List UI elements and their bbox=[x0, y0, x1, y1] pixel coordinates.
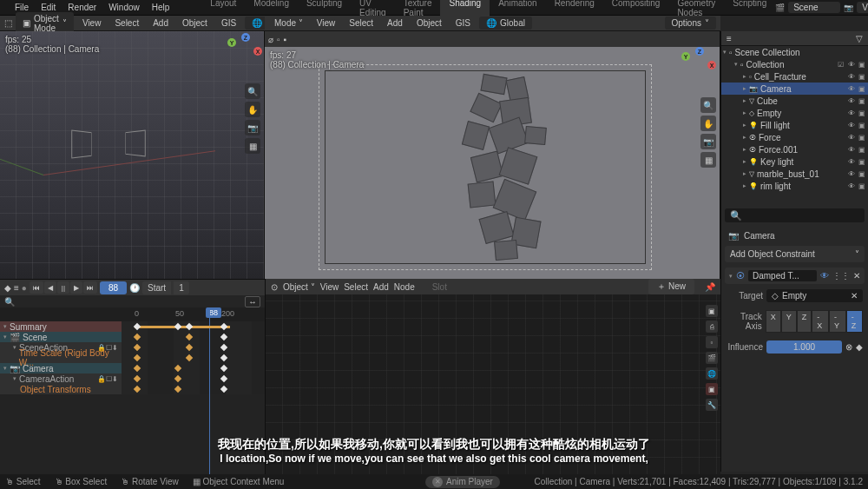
add-constraint-dropdown[interactable]: Add Object Constraint ˅ bbox=[725, 246, 865, 262]
eye-icon[interactable]: 👁 bbox=[820, 271, 829, 281]
eye-icon[interactable]: 👁 bbox=[846, 145, 856, 155]
dope-summary[interactable]: ▾Summary bbox=[0, 321, 122, 332]
sync-icon[interactable]: ↔ bbox=[245, 296, 260, 307]
orientation-dropdown-r[interactable]: 🌐 Global bbox=[479, 17, 532, 30]
next-key-icon[interactable]: ▶ bbox=[70, 281, 82, 294]
clock-icon[interactable]: 🕐 bbox=[129, 283, 140, 293]
tab-world-icon[interactable]: 🌐 bbox=[706, 367, 718, 380]
outliner-item-force-001[interactable]: ▸⦿Force.001👁▣ bbox=[721, 143, 868, 155]
menu-select-r[interactable]: Select bbox=[344, 18, 378, 28]
perspective-icon[interactable]: ▦ bbox=[245, 138, 260, 154]
3d-viewport-left[interactable]: fps: 25 (88) Collection | Camera XYZ 🔍 ✋… bbox=[0, 31, 265, 279]
grip-icon[interactable]: ⋮⋮ bbox=[832, 271, 850, 281]
close-icon[interactable]: ✕ bbox=[853, 271, 860, 281]
pan-icon[interactable]: ✋ bbox=[700, 116, 716, 131]
menu-file[interactable]: File bbox=[9, 3, 35, 12]
node-node[interactable]: Node bbox=[394, 282, 415, 292]
eye-icon[interactable]: 👁 bbox=[846, 157, 856, 167]
menu-add-r[interactable]: Add bbox=[382, 18, 408, 28]
keyframe-icon[interactable]: ◆ bbox=[856, 342, 863, 352]
nav-gizmo-r[interactable]: XYZ bbox=[683, 49, 714, 80]
playhead[interactable]: 88 bbox=[206, 307, 221, 318]
zoom-icon[interactable]: 🔍 bbox=[700, 97, 716, 113]
menu-object-r[interactable]: Object bbox=[411, 18, 447, 28]
outliner-item-force[interactable]: ▸⦿Force👁▣ bbox=[721, 131, 868, 143]
expand-icon[interactable]: ▾ bbox=[729, 273, 733, 280]
pan-icon[interactable]: ✋ bbox=[245, 102, 260, 117]
tab-scene-icon[interactable]: 🎬 bbox=[706, 352, 718, 364]
menu-render[interactable]: Render bbox=[62, 3, 102, 12]
track-z[interactable]: Z bbox=[797, 310, 812, 333]
node-view[interactable]: View bbox=[320, 282, 339, 292]
outliner-item-rim-light[interactable]: ▸💡rim light👁▣ bbox=[721, 180, 868, 192]
dope-timescale[interactable]: Time Scale (Rigid Body W... bbox=[0, 353, 122, 363]
track-x[interactable]: X bbox=[766, 310, 781, 333]
track-nx[interactable]: -X bbox=[812, 310, 829, 333]
tab-render-icon[interactable]: ▣ bbox=[706, 305, 718, 317]
viewlayer-field[interactable] bbox=[857, 2, 868, 13]
camera-icon[interactable]: 📷 bbox=[245, 120, 260, 135]
outliner-scene-collection[interactable]: ▾▫ Scene Collection bbox=[721, 46, 868, 58]
outliner-item-cell-fracture[interactable]: ▸▫Cell_Fracture👁▣ bbox=[721, 70, 868, 83]
editor-type-icon[interactable]: ⊙ bbox=[271, 282, 278, 292]
outliner-item-cube[interactable]: ▸▽Cube👁▣ bbox=[721, 95, 868, 107]
eye-icon[interactable]: 👁 bbox=[846, 169, 856, 179]
time-ruler[interactable]: 0 50 88 200 bbox=[0, 307, 265, 321]
eye-icon[interactable]: 👁 bbox=[846, 109, 856, 118]
menu-view-r[interactable]: View bbox=[312, 18, 341, 28]
track-ny[interactable]: -Y bbox=[829, 310, 846, 333]
tab-modifier-icon[interactable]: 🔧 bbox=[706, 399, 718, 411]
outliner-icon[interactable]: ≡ bbox=[727, 34, 732, 43]
outliner-item-camera[interactable]: ▸📷Camera👁▣ bbox=[721, 83, 868, 95]
outliner-item-fill-light[interactable]: ▸💡Fill light👁▣ bbox=[721, 119, 868, 131]
render-icon[interactable]: ▣ bbox=[857, 84, 866, 94]
options-dropdown[interactable]: Options ˅ bbox=[665, 17, 716, 30]
start-frame[interactable]: 1 bbox=[174, 281, 189, 294]
target-field[interactable]: ◇ Empty ✕ bbox=[766, 289, 863, 302]
tab-view-icon[interactable]: ▫ bbox=[706, 336, 718, 348]
render-icon[interactable]: ▣ bbox=[857, 96, 866, 106]
outliner-collection[interactable]: ▾ ▫ Collection ☑👁▣ bbox=[721, 58, 868, 70]
prev-key-icon[interactable]: ◀ bbox=[44, 281, 56, 294]
current-frame[interactable]: 88 bbox=[100, 281, 127, 294]
eye-icon[interactable]: 👁 bbox=[846, 72, 856, 82]
outliner-item-key-light[interactable]: ▸💡Key light👁▣ bbox=[721, 155, 868, 168]
eye-icon[interactable]: 👁 bbox=[846, 133, 856, 142]
node-add[interactable]: Add bbox=[373, 282, 389, 292]
jump-end-icon[interactable]: ⏭ bbox=[83, 281, 97, 294]
select-mode-icon2[interactable]: ▪ bbox=[284, 35, 287, 44]
track-nz[interactable]: -Z bbox=[846, 310, 863, 333]
tab-object-icon[interactable]: ▣ bbox=[706, 383, 718, 395]
track-y[interactable]: Y bbox=[781, 310, 797, 333]
menu-add[interactable]: Add bbox=[148, 18, 174, 28]
editor-type-icon[interactable]: ⬚ bbox=[4, 18, 12, 28]
3d-viewport-right[interactable]: ⌀ ▫ ▪ fps: 27 (88) Collection | Camera bbox=[265, 31, 720, 279]
dope-transforms[interactable]: Object Transforms bbox=[0, 384, 122, 394]
perspective-icon[interactable]: ▦ bbox=[700, 152, 716, 168]
menu-help[interactable]: Help bbox=[146, 3, 176, 12]
dope-scene[interactable]: ▾🎬Scene bbox=[0, 332, 122, 342]
render-icon[interactable]: ▣ bbox=[857, 145, 866, 155]
menu-object[interactable]: Object bbox=[177, 18, 213, 28]
record-icon[interactable]: ● bbox=[22, 283, 27, 293]
eye-icon[interactable]: 👁 bbox=[846, 182, 856, 191]
dope-tracks[interactable] bbox=[122, 321, 265, 394]
cursor-icon[interactable]: ⌀ bbox=[268, 35, 273, 44]
menu-select[interactable]: Select bbox=[109, 18, 144, 28]
eye-icon[interactable]: 👁 bbox=[846, 96, 856, 106]
menu-gis[interactable]: GIS bbox=[216, 18, 241, 28]
scene-name-field[interactable] bbox=[788, 2, 840, 13]
tab-output-icon[interactable]: ⎙ bbox=[706, 320, 718, 333]
node-mode[interactable]: Object ˅ bbox=[283, 282, 315, 292]
menu-icon[interactable]: ≡ bbox=[14, 283, 19, 293]
jump-start-icon[interactable]: ⏮ bbox=[30, 281, 43, 294]
render-icon[interactable]: ▣ bbox=[857, 121, 866, 130]
render-icon[interactable]: ▣ bbox=[857, 182, 866, 191]
slot-dropdown[interactable]: Slot bbox=[432, 282, 447, 292]
outliner-item-marble-bust-01[interactable]: ▸▽marble_bust_01👁▣ bbox=[721, 168, 868, 180]
outliner-item-empty[interactable]: ▸◇Empty👁▣ bbox=[721, 107, 868, 119]
menu-gis-r[interactable]: GIS bbox=[450, 18, 476, 28]
render-icon[interactable]: ▣ bbox=[857, 157, 866, 167]
zoom-icon[interactable]: 🔍 bbox=[245, 83, 260, 99]
new-material-button[interactable]: ＋ New bbox=[648, 279, 694, 294]
